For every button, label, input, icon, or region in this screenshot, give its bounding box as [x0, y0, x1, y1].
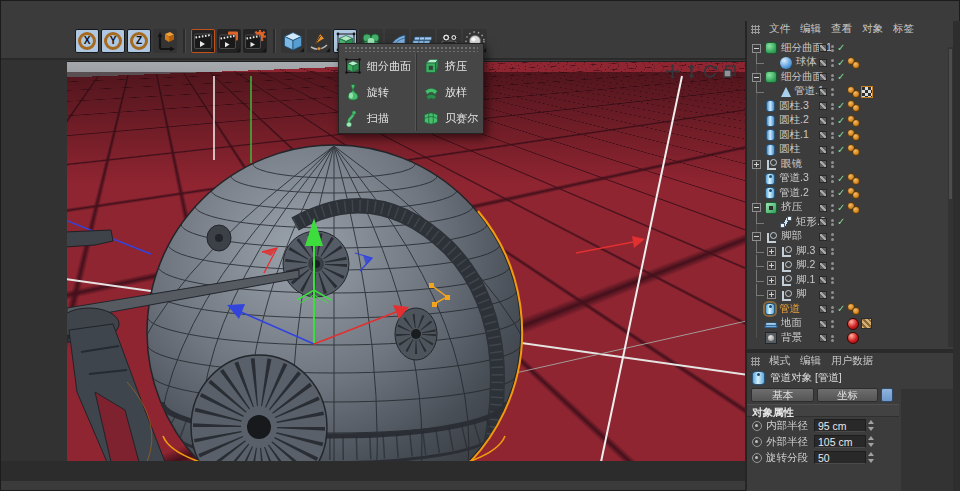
rotate-icon[interactable] — [703, 64, 718, 79]
menu-item-bezier[interactable]: 贝赛尔 — [417, 105, 483, 131]
object-row-floor[interactable]: 地面 — [747, 317, 953, 332]
visibility-dots[interactable] — [831, 130, 834, 141]
property-value-input[interactable]: 95 cm — [814, 419, 866, 432]
layer-toggle[interactable] — [819, 276, 827, 284]
layer-toggle[interactable] — [819, 247, 827, 255]
object-row-cylinder[interactable]: 圆柱.1 ✓ — [747, 128, 953, 143]
object-row-subdivision-surface[interactable]: 细分曲面 ✓ — [747, 70, 953, 85]
enable-checkmark[interactable]: ✓ — [837, 173, 845, 185]
object-row-null-object[interactable]: 脚.3 — [747, 244, 953, 259]
am-menu-模式[interactable]: 模式 — [769, 354, 790, 368]
render-view-button[interactable] — [191, 29, 215, 53]
om-menu-编辑[interactable]: 编辑 — [800, 22, 821, 36]
object-row-null-object[interactable]: 脚.1 — [747, 273, 953, 288]
property-value-input[interactable]: 105 cm — [814, 435, 866, 448]
enable-checkmark[interactable]: ✓ — [837, 202, 845, 214]
enable-checkmark[interactable]: ✓ — [837, 42, 845, 54]
enable-checkmark[interactable]: ✓ — [837, 129, 845, 141]
phong-tag-icon[interactable] — [847, 100, 859, 112]
am-menu-编辑[interactable]: 编辑 — [800, 354, 821, 368]
texture-tag-icon[interactable] — [861, 318, 872, 329]
layer-toggle[interactable] — [819, 262, 827, 270]
visibility-dots[interactable] — [831, 72, 834, 83]
object-row-tube[interactable]: 管道.2 ✓ — [747, 186, 953, 201]
phong-tag-icon[interactable] — [847, 303, 859, 315]
visibility-dots[interactable] — [831, 188, 834, 199]
layer-toggle[interactable] — [819, 102, 827, 110]
layer-toggle[interactable] — [819, 305, 827, 313]
property-value-input[interactable]: 50 — [814, 451, 866, 464]
layer-toggle[interactable] — [819, 59, 827, 67]
panel-grip-icon[interactable] — [751, 357, 760, 366]
layer-toggle[interactable] — [819, 160, 827, 168]
object-properties-header[interactable]: 对象属性 — [747, 404, 899, 417]
enable-checkmark[interactable]: ✓ — [837, 216, 845, 228]
phong-tag-icon[interactable] — [847, 86, 859, 98]
visibility-dots[interactable] — [831, 246, 834, 257]
visibility-dots[interactable] — [831, 304, 834, 315]
om-menu-查看[interactable]: 查看 — [831, 22, 852, 36]
value-stepper[interactable] — [867, 419, 876, 432]
render-to-picture-viewer-button[interactable] — [217, 29, 241, 53]
object-row-null-object[interactable]: 眼镜 — [747, 157, 953, 172]
object-row-null-object[interactable]: 脚部 — [747, 230, 953, 245]
enable-checkmark[interactable]: ✓ — [837, 303, 845, 315]
phong-tag-icon[interactable] — [847, 115, 859, 127]
object-row-background[interactable]: 背景 — [747, 331, 953, 346]
lock-z-axis-button[interactable]: Z — [127, 29, 151, 53]
layer-toggle[interactable] — [819, 88, 827, 96]
menu-item-sweep[interactable]: 扫描 — [339, 105, 416, 131]
maximize-icon[interactable] — [722, 64, 737, 79]
tab-坐标[interactable]: 坐标 — [817, 388, 878, 402]
visibility-dots[interactable] — [831, 319, 834, 330]
visibility-dots[interactable] — [831, 217, 834, 228]
object-row-null-object[interactable]: 脚 — [747, 288, 953, 303]
layer-toggle[interactable] — [819, 189, 827, 197]
layer-toggle[interactable] — [819, 291, 827, 299]
key-radio-icon[interactable] — [752, 437, 762, 447]
phong-tag-icon[interactable] — [847, 129, 859, 141]
visibility-dots[interactable] — [831, 101, 834, 112]
object-row-cylinder[interactable]: 圆柱.2 ✓ — [747, 114, 953, 129]
layer-toggle[interactable] — [819, 175, 827, 183]
visibility-dots[interactable] — [831, 145, 834, 156]
material-tag-icon[interactable] — [847, 332, 859, 344]
om-menu-标签[interactable]: 标签 — [893, 22, 914, 36]
object-row-null-object[interactable]: 脚.2 — [747, 259, 953, 274]
visibility-dots[interactable] — [831, 333, 834, 344]
panel-grip-icon[interactable] — [751, 25, 760, 34]
layer-toggle[interactable] — [819, 117, 827, 125]
layer-toggle[interactable] — [819, 146, 827, 154]
pan-icon[interactable] — [665, 64, 680, 79]
render-settings-button[interactable] — [243, 29, 267, 53]
coordinate-system-button[interactable] — [153, 29, 177, 53]
phong-tag-icon[interactable] — [847, 144, 859, 156]
layer-toggle[interactable] — [819, 218, 827, 226]
expander-toggle[interactable] — [767, 261, 776, 270]
object-row-tube[interactable]: 管道.3 ✓ — [747, 172, 953, 187]
object-row-selected[interactable]: 管道 ✓ — [747, 302, 953, 317]
visibility-dots[interactable] — [831, 203, 834, 214]
layer-toggle[interactable] — [819, 334, 827, 342]
phong-tag-icon[interactable] — [847, 173, 859, 185]
lock-y-axis-button[interactable]: Y — [101, 29, 125, 53]
menu-tear-off-strip[interactable] — [344, 46, 478, 52]
am-menu-用户数据[interactable]: 用户数据 — [831, 354, 873, 368]
tab-基本[interactable]: 基本 — [751, 388, 814, 402]
add-cube-primitive-button[interactable] — [281, 29, 305, 53]
object-row-extrude[interactable]: 挤压 ✓ — [747, 201, 953, 216]
menu-item-lathe[interactable]: 旋转 — [339, 79, 416, 105]
visibility-dots[interactable] — [831, 43, 834, 54]
enable-checkmark[interactable]: ✓ — [837, 144, 845, 156]
visibility-dots[interactable] — [831, 232, 834, 243]
layer-toggle[interactable] — [819, 131, 827, 139]
value-stepper[interactable] — [867, 435, 876, 448]
tab-partial[interactable] — [881, 388, 893, 402]
visibility-dots[interactable] — [831, 275, 834, 286]
visibility-dots[interactable] — [831, 159, 834, 170]
object-row-cylinder[interactable]: 圆柱 ✓ — [747, 143, 953, 158]
object-row-subdivision-surface[interactable]: 细分曲面.1 ✓ — [747, 41, 953, 56]
add-spline-pen-button[interactable] — [307, 29, 331, 53]
expander-toggle[interactable] — [767, 247, 776, 256]
menu-item-extrude[interactable]: 挤压 — [417, 53, 483, 79]
